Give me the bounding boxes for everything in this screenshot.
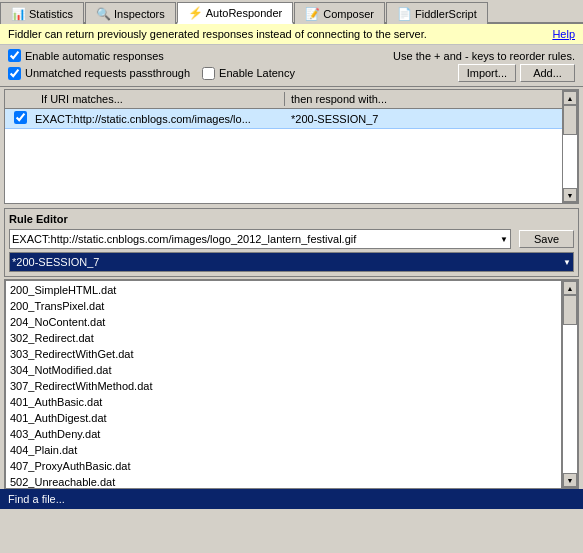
tab-fiddlerscript[interactable]: 📄 FiddlerScript — [386, 2, 488, 24]
uri-dropdown-arrow: ▼ — [500, 235, 508, 244]
tab-statistics[interactable]: 📊 Statistics — [0, 2, 84, 24]
uri-value: EXACT:http://static.cnblogs.com/images/l… — [12, 233, 356, 245]
scroll-up-btn[interactable]: ▲ — [563, 91, 577, 105]
enable-auto-checkbox[interactable] — [8, 49, 21, 62]
dropdown-list-item[interactable]: 303_RedirectWithGet.dat — [6, 345, 561, 361]
dropdown-scroll-up[interactable]: ▲ — [563, 281, 577, 295]
rule-editor-uri-row: EXACT:http://static.cnblogs.com/images/l… — [9, 229, 574, 249]
dropdown-list-item[interactable]: 502_Unreachable.dat — [6, 473, 561, 488]
dropdown-section: 200_SimpleHTML.dat200_TransPixel.dat204_… — [4, 279, 579, 489]
dropdown-list-item[interactable]: 302_Redirect.dat — [6, 329, 561, 345]
tab-autoresponder[interactable]: ⚡ AutoResponder — [177, 2, 293, 24]
dropdown-list-item[interactable]: 200_SimpleHTML.dat — [6, 281, 561, 297]
dropdown-scrollbar[interactable]: ▲ ▼ — [562, 280, 578, 488]
table-inner: If URI matches... then respond with... E… — [5, 90, 562, 203]
dropdown-list-item[interactable]: 404_Plain.dat — [6, 441, 561, 457]
statistics-icon: 📊 — [11, 7, 26, 21]
row-checkbox[interactable] — [5, 111, 35, 126]
scroll-track — [563, 105, 577, 188]
info-message: Fiddler can return previously generated … — [8, 28, 427, 40]
save-button[interactable]: Save — [519, 230, 574, 248]
rule-editor-title: Rule Editor — [9, 213, 574, 225]
table-header: If URI matches... then respond with... — [5, 90, 562, 109]
main-content: Fiddler can return previously generated … — [0, 24, 583, 553]
dropdown-list-item[interactable]: 200_TransPixel.dat — [6, 297, 561, 313]
scroll-thumb[interactable] — [563, 105, 577, 135]
dropdown-list[interactable]: 200_SimpleHTML.dat200_TransPixel.dat204_… — [5, 280, 562, 488]
add-button[interactable]: Add... — [520, 64, 575, 82]
options-row-1: Enable automatic responses Use the + and… — [8, 49, 575, 62]
hint-text: Use the + and - keys to reorder rules. — [393, 50, 575, 62]
import-button[interactable]: Import... — [458, 64, 516, 82]
dropdown-list-item[interactable]: 401_AuthDigest.dat — [6, 409, 561, 425]
find-file-label: Find a file... — [8, 493, 65, 505]
dropdown-scroll-down[interactable]: ▼ — [563, 473, 577, 487]
table-row[interactable]: EXACT:http://static.cnblogs.com/images/l… — [5, 109, 562, 129]
response-selected-value: *200-SESSION_7 — [12, 256, 99, 268]
col-respond-header: then respond with... — [285, 92, 562, 106]
help-link[interactable]: Help — [552, 28, 575, 40]
buttons-row: Import... Add... — [458, 64, 575, 82]
col-check-header — [5, 92, 35, 106]
dropdown-list-item[interactable]: 304_NotModified.dat — [6, 361, 561, 377]
dropdown-list-item[interactable]: 204_NoContent.dat — [6, 313, 561, 329]
find-file-bar[interactable]: Find a file... — [0, 489, 583, 509]
autoresponder-icon: ⚡ — [188, 6, 203, 20]
dropdown-list-item[interactable]: 407_ProxyAuthBasic.dat — [6, 457, 561, 473]
table-section: If URI matches... then respond with... E… — [4, 89, 579, 204]
col-uri-header: If URI matches... — [35, 92, 285, 106]
tab-inspectors[interactable]: 🔍 Inspectors — [85, 2, 176, 24]
response-dropdown-arrow: ▼ — [563, 258, 571, 267]
enable-latency-checkbox[interactable] — [202, 67, 215, 80]
enable-latency-label[interactable]: Enable Latency — [202, 67, 295, 80]
tab-bar: 📊 Statistics 🔍 Inspectors ⚡ AutoResponde… — [0, 0, 583, 24]
enable-auto-label[interactable]: Enable automatic responses — [8, 49, 164, 62]
dropdown-list-item[interactable]: 403_AuthDeny.dat — [6, 425, 561, 441]
unmatched-checkbox[interactable] — [8, 67, 21, 80]
dropdown-scroll-thumb[interactable] — [563, 295, 577, 325]
tab-composer[interactable]: 📝 Composer — [294, 2, 385, 24]
composer-icon: 📝 — [305, 7, 320, 21]
table-scrollbar[interactable]: ▲ ▼ — [562, 90, 578, 203]
dropdown-scroll-track — [563, 295, 577, 473]
scroll-down-btn[interactable]: ▼ — [563, 188, 577, 202]
unmatched-label[interactable]: Unmatched requests passthrough — [8, 67, 190, 80]
fiddlerscript-icon: 📄 — [397, 7, 412, 21]
info-bar: Fiddler can return previously generated … — [0, 24, 583, 45]
options-bar: Enable automatic responses Use the + and… — [0, 45, 583, 87]
options-row-2: Unmatched requests passthrough Enable La… — [8, 64, 575, 82]
response-dropdown-selected[interactable]: *200-SESSION_7 ▼ — [9, 252, 574, 272]
dropdown-list-item[interactable]: 307_RedirectWithMethod.dat — [6, 377, 561, 393]
dropdown-list-item[interactable]: 401_AuthBasic.dat — [6, 393, 561, 409]
dropdown-list-container: 200_SimpleHTML.dat200_TransPixel.dat204_… — [5, 280, 562, 488]
inspectors-icon: 🔍 — [96, 7, 111, 21]
rule-editor: Rule Editor EXACT:http://static.cnblogs.… — [4, 208, 579, 277]
uri-dropdown[interactable]: EXACT:http://static.cnblogs.com/images/l… — [9, 229, 511, 249]
row-response: *200-SESSION_7 — [285, 113, 562, 125]
rule-editor-response-row: *200-SESSION_7 ▼ — [9, 252, 574, 272]
row-uri: EXACT:http://static.cnblogs.com/images/l… — [35, 113, 285, 125]
